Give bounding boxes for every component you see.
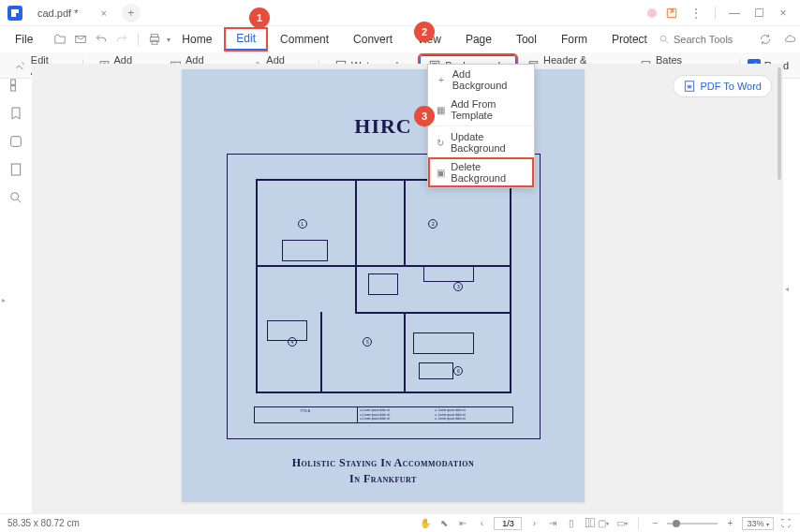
zoom-in-icon[interactable]: + (723, 517, 736, 530)
callout-3: 3 (414, 106, 435, 126)
more-icon[interactable]: ⋮ (687, 4, 705, 22)
svg-rect-4 (152, 40, 157, 44)
svg-rect-16 (11, 137, 22, 147)
floorplan: 1 2 3 4 5 6 TITLE ⊙ Lo (227, 154, 541, 439)
user-avatar-icon[interactable] (647, 8, 657, 18)
search-tools[interactable] (659, 34, 748, 45)
view-mode-icon[interactable]: ▭▾ (615, 517, 629, 530)
thumbnails-icon[interactable] (7, 77, 24, 94)
fit-page-icon[interactable]: ▢▾ (597, 517, 610, 530)
minimize-button[interactable]: — (725, 4, 744, 22)
update-icon: ↻ (436, 137, 445, 148)
tab-protect[interactable]: Protect (600, 29, 659, 50)
delete-background-item[interactable]: ▣ Delete Background (428, 157, 534, 187)
svg-rect-17 (11, 164, 20, 175)
fullscreen-icon[interactable]: ⛶ (779, 517, 793, 530)
title-block-label: TITLE (255, 407, 358, 422)
tab-page[interactable]: Page (454, 29, 503, 50)
tab-form[interactable]: Form (550, 29, 599, 50)
undo-icon[interactable] (93, 31, 110, 48)
search-input[interactable] (674, 34, 748, 45)
word-icon (683, 80, 696, 93)
page-subtitle: Holistic Staying In Accommodation (292, 456, 475, 470)
template-icon: ▦ (436, 104, 445, 115)
redo-icon[interactable] (113, 31, 130, 48)
scrollbar[interactable] (778, 67, 781, 180)
last-page-icon[interactable]: ⇥ (546, 517, 559, 530)
continuous-icon[interactable]: ⿲ (584, 517, 597, 530)
svg-point-5 (660, 36, 666, 41)
menu-row: File ▾ Home Edit Comment Convert View Pa… (0, 26, 800, 52)
page-number-input[interactable] (494, 517, 522, 530)
add-background-item[interactable]: + Add Background (428, 65, 534, 95)
svg-rect-14 (11, 80, 16, 84)
file-menu[interactable]: File (7, 33, 40, 46)
attachments-icon[interactable] (7, 161, 24, 178)
update-bg-label: Update Background (451, 131, 526, 154)
share-icon[interactable] (662, 4, 681, 22)
svg-point-18 (11, 193, 19, 200)
add-from-template-item[interactable]: ▦ Add From Template (428, 95, 534, 125)
tab-tool[interactable]: Tool (505, 29, 548, 50)
title-right: ⋮ — ☐ × (647, 4, 793, 22)
select-tool-icon[interactable]: ⬉ (437, 517, 451, 530)
close-tab-icon[interactable]: × (100, 7, 106, 19)
mail-icon[interactable] (72, 31, 89, 48)
delete-icon: ▣ (436, 167, 445, 178)
add-template-label: Add From Template (451, 98, 526, 121)
zoom-level[interactable]: 33% ▾ (742, 517, 774, 530)
single-page-icon[interactable]: ▯ (565, 517, 578, 530)
app-icon (7, 6, 22, 21)
callout-1: 1 (249, 7, 270, 28)
open-icon[interactable] (52, 31, 68, 48)
bookmarks-icon[interactable] (7, 105, 24, 122)
next-page-icon[interactable]: › (527, 517, 541, 530)
callout-2: 2 (414, 22, 435, 42)
pdf-to-word-label: PDF To Word (700, 81, 762, 92)
tab-comment[interactable]: Comment (269, 29, 340, 50)
document-view[interactable]: HIRC 1 2 3 4 5 6 (32, 64, 783, 513)
tab-title: cad.pdf * (37, 7, 78, 19)
background-dropdown: + Add Background ▦ Add From Template ↻ U… (427, 64, 535, 188)
title-bar: cad.pdf * × + ⋮ — ☐ × (0, 0, 800, 26)
expand-left-icon[interactable]: ▸ (0, 281, 7, 318)
zoom-out-icon[interactable]: − (648, 517, 661, 530)
page-dimensions: 58.35 x 80.72 cm (7, 518, 419, 528)
pdf-to-word-button[interactable]: PDF To Word (673, 75, 772, 97)
plus-icon: + (436, 74, 447, 85)
zoom-slider[interactable] (667, 523, 718, 525)
sync-icon[interactable] (756, 30, 775, 49)
tab-convert[interactable]: Convert (342, 29, 404, 50)
prev-page-icon[interactable]: ‹ (475, 517, 488, 530)
page-subtitle-2: In Frankfurt (349, 472, 417, 486)
print-icon[interactable] (146, 31, 163, 48)
update-background-item[interactable]: ↻ Update Background (428, 127, 534, 157)
delete-bg-label: Delete Background (451, 161, 526, 184)
document-tab[interactable]: cad.pdf * × (30, 7, 114, 19)
first-page-icon[interactable]: ⇤ (456, 517, 469, 530)
cloud-icon[interactable] (780, 30, 799, 49)
tab-home[interactable]: Home (170, 29, 223, 50)
status-center: ✋ ⬉ ⇤ ‹ › ⇥ ▯ ⿲ (419, 517, 597, 530)
plan-body: 1 2 3 4 5 6 (256, 179, 511, 393)
annotations-icon[interactable] (7, 133, 24, 150)
quick-access-toolbar: ▾ (52, 31, 170, 48)
close-button[interactable]: × (774, 4, 793, 22)
svg-rect-15 (11, 86, 16, 91)
status-bar: 58.35 x 80.72 cm ✋ ⬉ ⇤ ‹ › ⇥ ▯ ⿲ ▢▾ ▭▾ −… (0, 513, 800, 532)
hand-tool-icon[interactable]: ✋ (419, 517, 432, 530)
add-bg-label: Add Background (452, 68, 526, 91)
search-icon (659, 34, 670, 45)
expand-right-icon[interactable]: ◂ (783, 64, 791, 513)
search-panel-icon[interactable] (7, 189, 24, 206)
add-tab-button[interactable]: + (122, 4, 141, 22)
title-block: TITLE ⊙ Lorem ipsum dolor sit⊙ Lorem ips… (254, 406, 513, 423)
page-heading: HIRC (354, 114, 411, 139)
maximize-button[interactable]: ☐ (749, 4, 768, 22)
